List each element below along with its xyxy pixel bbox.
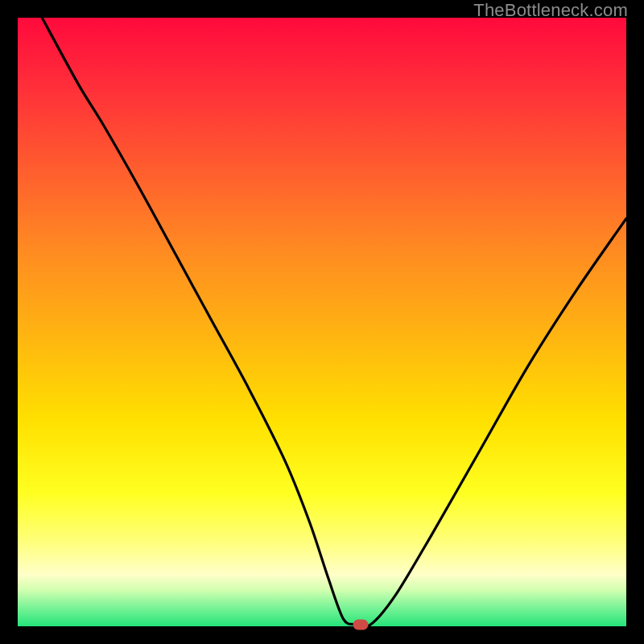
- bottleneck-chart: [18, 18, 626, 626]
- optimal-point-marker: [353, 619, 368, 630]
- bottleneck-curve: [18, 18, 626, 626]
